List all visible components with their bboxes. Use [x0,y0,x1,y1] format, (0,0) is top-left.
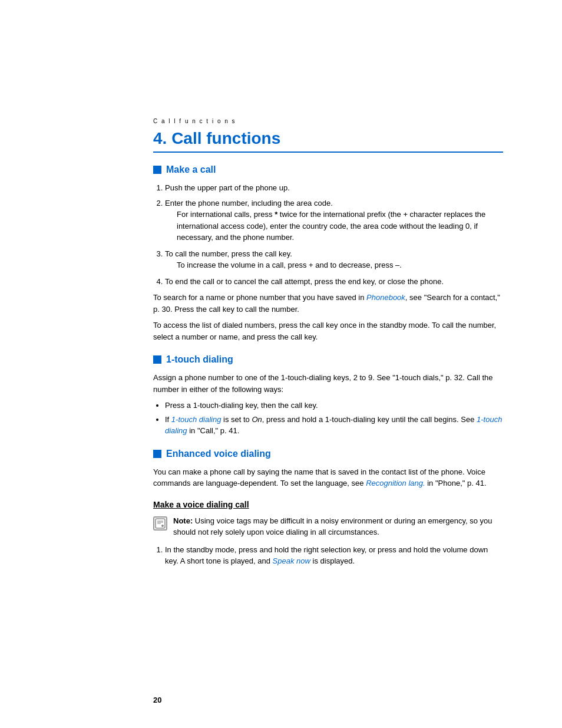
step-3-subtext: To increase the volume in a call, press … [177,259,503,271]
note-svg-icon [155,518,166,529]
blue-square-icon [153,166,161,174]
page: C a l l f u n c t i o n s 4. Call functi… [0,0,562,728]
make-a-call-para1: To search for a name or phone number tha… [153,292,503,315]
voice-dialing-steps: In the standby mode, press and hold the … [165,544,503,567]
enhanced-voice-para1: You can make a phone call by saying the … [153,466,503,489]
bullet-1: Press a 1-touch-dialing key, then the ca… [165,400,503,411]
recognition-lang-link[interactable]: Recognition lang. [366,479,425,487]
step-3: To call the number, press the call key. … [165,248,503,271]
make-a-call-steps: Push the upper part of the phone up. Ent… [165,182,503,287]
chapter-title: 4. Call functions [153,129,503,153]
note-text: Note: Using voice tags may be difficult … [173,515,503,538]
section-make-a-call-label: Make a call [166,164,216,175]
subsection-voice-dialing-call: Make a voice dialing call [153,500,503,509]
blue-square-icon-2 [153,355,161,364]
section-make-a-call-heading: Make a call [153,164,503,175]
phonebook-link[interactable]: Phonebook [366,293,405,302]
note-icon [153,516,167,531]
one-touch-bullets: Press a 1-touch-dialing key, then the ca… [165,400,503,437]
section-one-touch-heading: 1-touch dialing [153,354,503,365]
note-box: Note: Using voice tags may be difficult … [153,515,503,538]
step-2: Enter the phone number, including the ar… [165,197,503,243]
make-a-call-para2: To access the list of dialed numbers, pr… [153,319,503,342]
bullet-2: If 1-touch dialing is set to On, press a… [165,414,503,437]
one-touch-para1: Assign a phone number to one of the 1-to… [153,372,503,395]
speak-now-link[interactable]: Speak now [273,556,310,565]
note-label: Note: [173,516,193,525]
voice-step-1: In the standby mode, press and hold the … [165,544,503,567]
step-2-note: For international calls, press * twice f… [177,209,503,243]
section-one-touch-label: 1-touch dialing [166,354,233,365]
chapter-name: Call functions [171,129,280,147]
blue-square-icon-3 [153,450,161,458]
section-enhanced-voice-heading: Enhanced voice dialing [153,449,503,459]
one-touch-dialing-link1[interactable]: 1-touch dialing [171,415,222,424]
breadcrumb: C a l l f u n c t i o n s [153,118,503,124]
content-area: C a l l f u n c t i o n s 4. Call functi… [0,0,562,607]
section-enhanced-voice-label: Enhanced voice dialing [166,449,271,459]
chapter-number: 4. [153,129,167,147]
step-1: Push the upper part of the phone up. [165,182,503,194]
page-number: 20 [153,696,161,704]
step-4: To end the call or to cancel the call at… [165,276,503,288]
